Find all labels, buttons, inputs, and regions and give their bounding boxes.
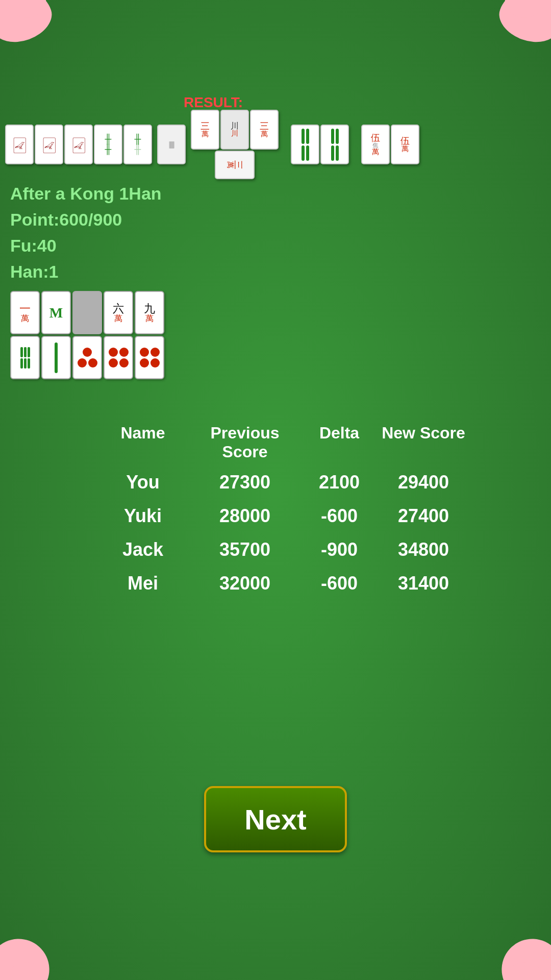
- after-kong-text: After a Kong 1Han: [10, 184, 162, 204]
- hand-tile-5: 九 萬: [135, 291, 164, 334]
- score-table: Name Previous Score Delta New Score You …: [97, 424, 454, 606]
- point-text: Point:600/900: [10, 210, 162, 230]
- score-header: Name Previous Score Delta New Score: [97, 424, 454, 461]
- new-jack: 34800: [378, 539, 469, 560]
- delta-jack: -900: [301, 539, 378, 560]
- hand-tile-2: M: [41, 291, 71, 334]
- hand-section: 一 萬 M 六 萬 九 萬: [10, 291, 164, 381]
- name-yuki: Yuki: [97, 505, 189, 527]
- name-mei: Mei: [97, 573, 189, 594]
- header-prev: Previous Score: [189, 424, 301, 461]
- hand-circle-3: [135, 336, 164, 379]
- header-name: Name: [97, 424, 189, 461]
- han-text: Han:1: [10, 262, 162, 282]
- blossom-top-right: [493, 0, 551, 50]
- delta-yuki: -600: [301, 505, 378, 527]
- bamboo-tile-2: [320, 125, 349, 164]
- score-row-jack: Jack 35700 -900 34800: [97, 539, 454, 560]
- prev-you: 27300: [189, 472, 301, 493]
- blossom-top-left: [0, 0, 58, 50]
- score-row-yuki: Yuki 28000 -600 27400: [97, 505, 454, 527]
- result-label: RESULT:: [184, 94, 243, 111]
- hand-tile-1: 一 萬: [10, 291, 40, 334]
- new-yuki: 27400: [378, 505, 469, 527]
- prev-yuki: 28000: [189, 505, 301, 527]
- tile-group-3: 伍 焦 萬 伍 萬: [361, 125, 419, 164]
- hand-circle-1: [72, 336, 102, 379]
- score-row-you: You 27300 2100 29400: [97, 472, 454, 493]
- tile-2: 🀐: [35, 125, 63, 164]
- delta-you: 2100: [301, 472, 378, 493]
- prev-jack: 35700: [189, 539, 301, 560]
- bamboo-tile-1: [291, 125, 319, 164]
- hand-bamboo-2: [41, 336, 71, 379]
- wu-tile-1: 伍 焦 萬: [361, 125, 390, 164]
- name-you: You: [97, 472, 189, 493]
- hand-row-top: 一 萬 M 六 萬 九 萬: [10, 291, 164, 334]
- hand-bamboo-1: [10, 336, 40, 379]
- kong-tile-rotated: 三 萬: [215, 151, 255, 179]
- tile-3: 🀐: [64, 125, 93, 164]
- blossom-bottom-left: [0, 930, 58, 980]
- hand-tile-3-facedown: [72, 291, 102, 334]
- tile-single: 🀫: [157, 125, 186, 164]
- delta-mei: -600: [301, 573, 378, 594]
- next-button[interactable]: Next: [204, 786, 347, 852]
- tile-4: ╫ ╫: [94, 125, 122, 164]
- new-mei: 31400: [378, 573, 469, 594]
- tiles-section: 🀐 🀐 🀐 ╫ ╫ ╫ ╫ 🀫: [0, 110, 551, 179]
- header-delta: Delta: [301, 424, 378, 461]
- hand-row-bottom: [10, 336, 164, 379]
- kong-tile-1: 三 萬: [191, 110, 219, 150]
- tile-1: 🀐: [5, 125, 34, 164]
- blossom-bottom-right: [493, 930, 551, 980]
- tile-group-1: 🀐 🀐 🀐 ╫ ╫ ╫ ╫: [5, 125, 152, 164]
- hand-tile-4: 六 萬: [104, 291, 133, 334]
- info-section: After a Kong 1Han Point:600/900 Fu:40 Ha…: [10, 184, 162, 288]
- score-row-mei: Mei 32000 -600 31400: [97, 573, 454, 594]
- hand-circle-2: [104, 336, 133, 379]
- header-new: New Score: [378, 424, 469, 461]
- name-jack: Jack: [97, 539, 189, 560]
- tile-group-2: [291, 125, 349, 164]
- kong-tile-2: 三 萬: [250, 110, 279, 150]
- wu-tile-2: 伍 萬: [391, 125, 419, 164]
- kong-group: 三 萬 川 川 三 萬 三 萬: [191, 110, 279, 179]
- kong-tile-back: 川 川: [220, 110, 249, 150]
- tile-5: ╫ ╫: [123, 125, 152, 164]
- fu-text: Fu:40: [10, 236, 162, 256]
- prev-mei: 32000: [189, 573, 301, 594]
- new-you: 29400: [378, 472, 469, 493]
